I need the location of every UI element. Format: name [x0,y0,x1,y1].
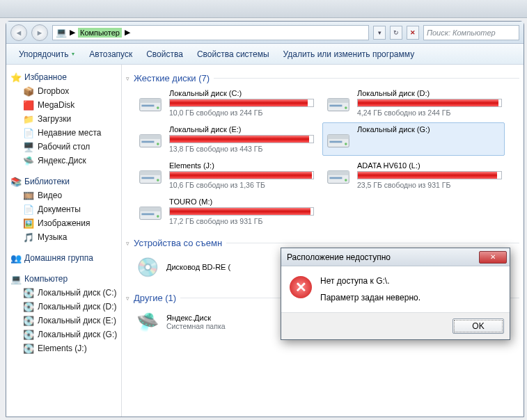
fav-icon: 🛸 [23,155,34,166]
uninstall-program-button[interactable]: Удалить или изменить программу [276,47,422,62]
fav-icon: 🖥️ [23,141,34,152]
collapse-icon: ▿ [126,295,129,302]
svg-point-7 [345,106,347,109]
sidebar-drive-item[interactable]: 💽Локальный диск (C:) [8,286,120,300]
capacity-bar [357,171,502,179]
homegroup-icon: 👥 [10,252,22,264]
library-icon: 📚 [10,176,22,187]
sidebar-library-item[interactable]: 🎞️Видео [8,188,120,202]
hdd-icon [137,89,164,115]
hdd-section-header[interactable]: ▿ Жесткие диски (7) [125,70,521,86]
sidebar-favorite-item[interactable]: 🛸Яндекс.Диск [8,154,120,168]
drive-item[interactable]: TOURO (M:) 17,2 ГБ свободно из 931 ГБ [134,195,317,228]
address-arrow: ▶ [70,28,75,37]
sidebar-library-item[interactable]: 📄Документы [8,202,120,216]
browser-tab-strip [0,0,527,18]
svg-rect-9 [140,135,162,139]
autoplay-button[interactable]: Автозапуск [82,47,139,62]
organize-menu[interactable]: Упорядочить▼ [12,47,82,62]
capacity-bar [169,135,314,143]
drive-icon: 💽 [23,329,34,340]
svg-rect-21 [328,171,349,175]
drive-item[interactable]: ADATA HV610 (L:) 23,5 ГБ свободно из 931… [322,159,505,192]
svg-point-19 [157,179,159,181]
favorites-header[interactable]: ⭐Избранное [8,70,120,84]
svg-rect-22 [329,177,342,179]
hdd-icon [137,161,164,188]
drive-icon: 💽 [23,301,34,312]
dialog-title-bar[interactable]: Расположение недоступно ✕ [281,248,510,266]
command-bar: Упорядочить▼ Автозапуск Свойства Свойств… [6,44,524,65]
lib-icon: 🎞️ [23,190,34,201]
svg-rect-10 [141,141,154,143]
fav-icon: 📁 [23,113,34,124]
nav-forward-button[interactable]: ► [31,24,48,41]
error-icon: ✕ [290,276,312,298]
drive-item[interactable]: Elements (J:) 10,6 ГБ свободно из 1,36 Т… [134,159,317,192]
sidebar-drive-item[interactable]: 💽Локальный диск (D:) [8,300,120,314]
svg-point-15 [345,143,347,145]
sidebar-favorite-item[interactable]: 📦Dropbox [8,84,120,98]
libraries-header[interactable]: 📚Библиотеки [8,175,120,188]
dialog-message-2: Параметр задан неверно. [320,293,420,302]
drive-name: Локальный диск (D:) [357,89,502,97]
hdd-icon [137,197,164,224]
drive-icon: 💽 [23,343,34,354]
address-arrow: ▶ [125,28,130,37]
drive-item[interactable]: Локальный диск (G:) [322,122,505,156]
sidebar-library-item[interactable]: 🎵Музыка [8,230,120,244]
svg-point-3 [157,106,159,109]
sidebar-favorite-item[interactable]: 🖥️Рабочий стол [8,140,120,154]
address-dropdown-button[interactable]: ▾ [373,26,386,40]
computer-header[interactable]: 💻Компьютер [8,272,120,286]
hdd-icon [325,125,352,152]
svg-point-11 [157,143,159,145]
homegroup-header[interactable]: 👥Домашняя группа [8,251,120,265]
drive-name: Elements (J:) [169,161,314,170]
collapse-icon: ▿ [126,240,129,247]
svg-rect-13 [328,135,349,139]
address-path[interactable]: 💻 ▶ Компьютер ▶ [52,25,369,40]
drive-item[interactable]: Локальный диск (C:) 10,0 ГБ свободно из … [134,86,317,120]
star-icon: ⭐ [10,72,22,83]
dialog-ok-button[interactable]: OK [453,318,504,334]
sidebar-favorite-item[interactable]: 📁Загрузки [8,112,120,126]
error-dialog: Расположение недоступно ✕ ✕ Нет доступа … [281,248,510,340]
content-pane: ▿ Жесткие диски (7) Локальный диск (C:) … [122,65,524,417]
drive-name: Локальный диск (G:) [357,125,502,134]
nav-back-button[interactable]: ◄ [10,24,27,41]
navigation-pane: ⭐Избранное 📦Dropbox🟥MegaDisk📁Загрузки📄Не… [6,65,122,417]
svg-rect-5 [328,99,349,103]
lib-icon: 📄 [23,204,34,215]
svg-rect-1 [140,99,162,103]
sidebar-library-item[interactable]: 🖼️Изображения [8,216,120,230]
stop-button[interactable]: ✕ [407,26,419,40]
svg-point-23 [345,179,347,181]
bd-drive-icon: 💿 [134,254,161,280]
address-crumb[interactable]: Компьютер [78,28,122,38]
drive-item[interactable]: Локальный диск (E:) 13,8 ГБ свободно из … [134,122,317,156]
dialog-close-button[interactable]: ✕ [479,251,507,264]
properties-button[interactable]: Свойства [139,47,190,62]
collapse-icon: ▿ [126,75,129,82]
fav-icon: 📦 [23,86,34,97]
svg-rect-17 [140,171,162,175]
drive-icon: 💽 [23,315,34,326]
fav-icon: 📄 [23,127,34,138]
sidebar-drive-item[interactable]: 💽Локальный диск (G:) [8,328,120,341]
drive-icon: 💽 [23,287,34,298]
sidebar-favorite-item[interactable]: 🟥MegaDisk [8,98,120,112]
drive-stat: 13,8 ГБ свободно из 443 ГБ [169,145,314,153]
refresh-button[interactable]: ↻ [390,26,402,40]
drive-stat: 4,24 ГБ свободно из 244 ГБ [357,108,502,117]
system-properties-button[interactable]: Свойства системы [190,47,276,62]
capacity-bar [169,207,314,216]
search-input[interactable]: Поиск: Компьютер [423,25,519,40]
sidebar-drive-item[interactable]: 💽Локальный диск (E:) [8,314,120,328]
sidebar-drive-item[interactable]: 💽Elements (J:) [8,341,120,355]
svg-rect-25 [140,207,162,211]
explorer-window: ◄ ► 💻 ▶ Компьютер ▶ ▾ ↻ ✕ Поиск: Компьют… [6,21,524,417]
sidebar-favorite-item[interactable]: 📄Недавние места [8,126,120,140]
drive-item[interactable]: Локальный диск (D:) 4,24 ГБ свободно из … [322,86,505,120]
capacity-bar [169,99,314,107]
